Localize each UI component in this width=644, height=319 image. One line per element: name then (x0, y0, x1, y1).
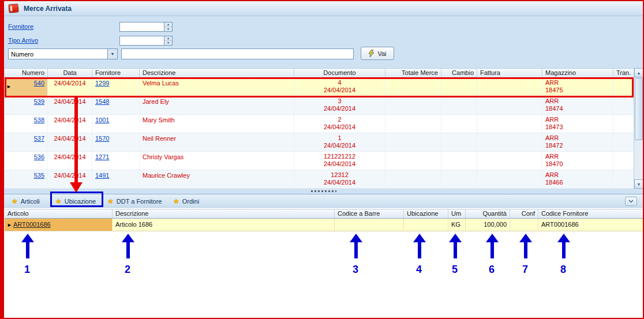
fornitore-link[interactable]: Fornitore (8, 23, 33, 30)
cell-totale-merce (385, 133, 441, 151)
column-header-cambio[interactable]: Cambio (441, 69, 477, 77)
documento-data: 24/04/2014 (297, 179, 382, 186)
fornitore-link[interactable]: 1299 (95, 80, 109, 87)
numero-link[interactable]: 536 (34, 153, 44, 160)
documento-numero: 1 (297, 134, 382, 142)
fornitore-link[interactable]: 1570 (95, 135, 109, 142)
column-header-um[interactable]: Um (448, 209, 466, 218)
splitter[interactable] (4, 189, 643, 194)
numero-link[interactable]: 540 (34, 80, 44, 87)
fornitore-link[interactable]: 1491 (95, 172, 109, 179)
cell-fattura (477, 78, 542, 96)
table-row[interactable]: 536 24/04/2014 1271 Christy Vargas 12122… (5, 152, 634, 170)
tipo-arrivo-spinner[interactable]: ▲ ▼ (119, 36, 173, 46)
tab-ubicazione[interactable]: ★ Ubicazione (55, 196, 96, 207)
column-header-numero[interactable]: Numero (5, 69, 48, 77)
column-header-fattura[interactable]: Fattura (477, 69, 542, 77)
merce-arrivata-window: Merce Arrivata Fornitore ▲ ▼ Tipo Arrivo… (0, 0, 644, 319)
column-header-documento[interactable]: Documento (294, 69, 385, 77)
column-header-fornitore[interactable]: Fornitore (92, 69, 140, 77)
cell-documento: 324/04/2014 (294, 96, 385, 114)
vertical-scrollbar[interactable]: ▲ ▼ (634, 68, 643, 189)
tipo-arrivo-link[interactable]: Tipo Arrivo (8, 37, 38, 44)
column-header-articolo[interactable]: Articolo (5, 209, 113, 218)
fornitore-spinner[interactable]: ▲ ▼ (119, 22, 173, 32)
numero-link[interactable]: 537 (34, 135, 44, 142)
magazzino-tipo: ARR (545, 97, 610, 105)
table-row[interactable]: 535 24/04/2014 1491 Maurice Crawley 1231… (5, 170, 634, 189)
cell-numero: 537 (5, 133, 48, 151)
tab-articoli[interactable]: ★ Articoli (12, 196, 40, 207)
fornitore-link[interactable]: 1271 (95, 153, 109, 160)
spin-up-icon[interactable]: ▲ (164, 36, 172, 41)
cell-tran (613, 78, 634, 96)
tipo-arrivo-input[interactable] (120, 36, 164, 45)
articolo-code[interactable]: ART0001686 (13, 221, 51, 228)
search-field-dropdown[interactable]: Numero ▼ (8, 48, 118, 59)
cell-fattura (477, 133, 542, 151)
documento-data: 24/04/2014 (297, 123, 382, 131)
column-header-codice-fornitore[interactable]: Codice Fornitore (538, 209, 643, 218)
scroll-down-button[interactable]: ▼ (634, 179, 643, 189)
tab-ddt-a-fornitore[interactable]: ★ DDT a Fornitore (107, 196, 162, 207)
cell-cambio (441, 170, 477, 188)
column-header-tran[interactable]: Tran. (613, 69, 634, 77)
fornitore-input[interactable] (120, 22, 164, 31)
search-field-selected: Numero (9, 51, 107, 58)
fornitore-link[interactable]: 1548 (95, 98, 109, 105)
column-header-totale-merce[interactable]: Totale Merce (385, 69, 441, 77)
numero-link[interactable]: 535 (34, 172, 44, 179)
scroll-up-button[interactable]: ▲ (634, 68, 643, 77)
cell-fornitore: 1491 (92, 170, 140, 188)
cell-cambio (441, 152, 477, 170)
column-header-quantita[interactable]: Quantità (466, 209, 510, 218)
column-header-descrizione[interactable]: Descrizione (113, 209, 335, 218)
column-header-conf[interactable]: Conf (510, 209, 538, 218)
cell-descrizione: Maurice Crawley (140, 170, 294, 188)
vai-button[interactable]: Vai (361, 47, 394, 60)
cell-codice-a-barre (335, 219, 404, 231)
cell-descrizione: Velma Lucas (140, 78, 294, 96)
scrollbar-thumb[interactable] (635, 78, 643, 140)
numero-link[interactable]: 539 (34, 98, 44, 105)
cell-conf (510, 219, 538, 231)
magazzino-numero: 18474 (545, 105, 610, 112)
cell-totale-merce (385, 170, 441, 188)
spin-down-icon[interactable]: ▼ (164, 41, 172, 45)
numero-link[interactable]: 538 (34, 117, 44, 123)
page-title: Merce Arrivata (24, 5, 72, 13)
cell-totale-merce (385, 115, 441, 133)
tab-ordini[interactable]: ★ Ordini (173, 196, 199, 207)
cell-fattura (477, 115, 542, 133)
fornitore-link[interactable]: 1001 (95, 117, 109, 123)
column-header-descrizione[interactable]: Descrizione (140, 69, 294, 77)
magazzino-numero: 18466 (545, 179, 610, 186)
search-input[interactable] (121, 48, 354, 59)
cell-documento: 424/04/2014 (294, 78, 385, 96)
dropdown-arrow-icon[interactable]: ▼ (107, 49, 117, 59)
cell-descrizione: Christy Vargas (140, 152, 294, 170)
cell-magazzino: ARR18474 (542, 96, 613, 114)
table-row-selected[interactable]: ► 540 24/04/2014 1299 Velma Lucas 424/04… (5, 78, 634, 96)
spin-up-icon[interactable]: ▲ (164, 22, 172, 27)
cell-data: 24/04/2014 (48, 170, 92, 188)
cell-fornitore: 1001 (92, 115, 140, 133)
documento-numero: 4 (297, 79, 382, 87)
cell-tran (613, 152, 634, 170)
cell-codice-fornitore: ART0001686 (538, 219, 643, 231)
column-header-codice-a-barre[interactable]: Codice a Barre (335, 209, 404, 218)
column-header-ubicazione[interactable]: Ubicazione (404, 209, 448, 218)
cell-cambio (441, 96, 477, 114)
cell-tran (613, 133, 634, 151)
magazzino-numero: 18475 (545, 87, 610, 94)
collapse-panel-button[interactable] (625, 197, 637, 206)
detail-row-selected[interactable]: ► ART0001686 Articolo 1686 KG 100,000 AR… (5, 219, 643, 231)
cell-tran (613, 115, 634, 133)
cell-documento: 12122121224/04/2014 (294, 152, 385, 170)
table-row[interactable]: 537 24/04/2014 1570 Neil Renner 124/04/2… (5, 133, 634, 152)
table-row[interactable]: 539 24/04/2014 1548 Jared Ely 324/04/201… (5, 96, 634, 115)
spin-down-icon[interactable]: ▼ (164, 27, 172, 31)
column-header-data[interactable]: Data (48, 69, 92, 77)
column-header-magazzino[interactable]: Magazzino (542, 69, 613, 77)
table-row[interactable]: 538 24/04/2014 1001 Mary Smith 224/04/20… (5, 115, 634, 133)
